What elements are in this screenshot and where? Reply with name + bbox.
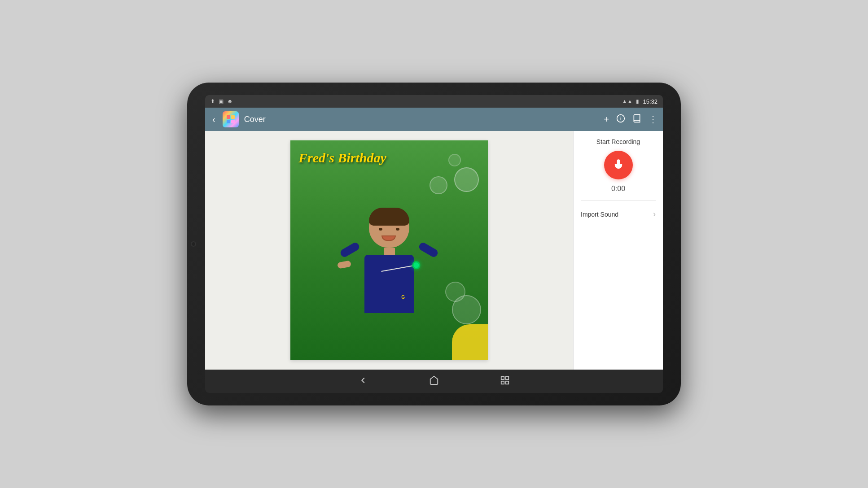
status-right-icons: ▲▲ ▮ 15:32 <box>622 98 658 105</box>
wifi-icon: ▲▲ <box>622 98 633 105</box>
page-title-text: Fred's Birthday <box>298 150 386 166</box>
book-button[interactable] <box>632 114 641 125</box>
svg-rect-2 <box>227 120 230 123</box>
add-button[interactable]: + <box>604 114 609 125</box>
recording-timer: 0:00 <box>611 185 625 193</box>
page-card: Fred's Birthday <box>290 140 488 360</box>
recents-nav-button[interactable] <box>496 372 513 391</box>
chevron-right-icon: › <box>653 209 656 219</box>
home-nav-button[interactable] <box>425 372 443 391</box>
app-logo <box>223 111 239 127</box>
nav-bar <box>205 370 663 393</box>
recording-title: Start Recording <box>596 138 640 145</box>
back-nav-button[interactable] <box>355 372 372 391</box>
svg-rect-11 <box>506 381 509 383</box>
tablet-screen: ⬆ ▣ ☻ ▲▲ ▮ 15:32 ‹ Cover <box>205 95 663 393</box>
info-button[interactable]: i <box>616 114 625 125</box>
camera-bump <box>191 241 196 247</box>
divider <box>581 200 656 200</box>
import-sound-label: Import Sound <box>581 211 618 218</box>
back-button[interactable]: ‹ <box>210 113 217 126</box>
upload-status-icon: ⬆ <box>210 98 215 105</box>
microphone-icon <box>612 159 625 171</box>
svg-rect-3 <box>231 120 235 123</box>
tablet-device: ⬆ ▣ ☻ ▲▲ ▮ 15:32 ‹ Cover <box>187 83 681 405</box>
record-button[interactable] <box>604 151 633 179</box>
page-area: Fred's Birthday <box>205 131 573 370</box>
svg-rect-1 <box>231 115 235 119</box>
app-bar: ‹ Cover + i <box>205 108 663 131</box>
import-sound-row[interactable]: Import Sound › <box>581 208 656 221</box>
side-panel: Start Recording 0:00 Import Sound <box>573 131 663 370</box>
main-content: Fred's Birthday <box>205 131 663 370</box>
app-bar-actions: + i ⋮ <box>604 114 658 125</box>
app-title: Cover <box>244 115 599 124</box>
tablet-status-icon: ▣ <box>219 98 224 105</box>
status-time: 15:32 <box>643 98 658 105</box>
battery-icon: ▮ <box>636 98 639 105</box>
more-button[interactable]: ⋮ <box>649 114 658 125</box>
status-left-icons: ⬆ ▣ ☻ <box>210 98 233 105</box>
svg-text:i: i <box>620 115 622 121</box>
status-bar: ⬆ ▣ ☻ ▲▲ ▮ 15:32 <box>205 95 663 108</box>
svg-rect-9 <box>506 376 509 379</box>
svg-rect-0 <box>227 115 230 119</box>
android-status-icon: ☻ <box>227 98 233 105</box>
recording-section: Start Recording 0:00 <box>581 138 656 193</box>
svg-rect-8 <box>501 376 504 379</box>
svg-rect-10 <box>501 381 504 383</box>
